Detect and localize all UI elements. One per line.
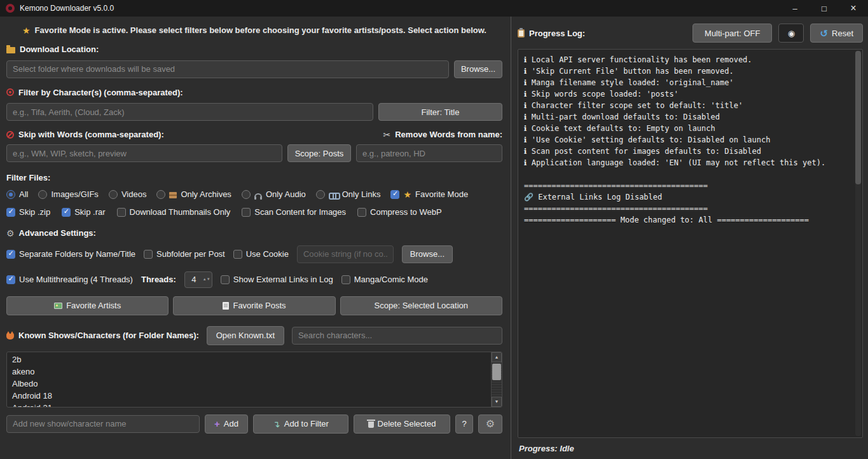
add-button[interactable]: + Add bbox=[205, 414, 248, 434]
checkbox-box bbox=[117, 208, 126, 217]
log-line: ==================== Mode changed to: Al… bbox=[524, 214, 857, 226]
radio-only-links[interactable]: Only Links bbox=[316, 189, 381, 199]
checkbox-subfolder-per-post[interactable]: Subfolder per Post bbox=[144, 249, 225, 259]
log-line: ℹ Character filter scope set to default:… bbox=[524, 100, 857, 111]
checkbox-thumbnails-only[interactable]: Download Thumbnails Only bbox=[117, 207, 231, 217]
checkbox-scan-content[interactable]: Scan Content for Images bbox=[242, 207, 346, 217]
eye-toggle-button[interactable]: ◉ bbox=[778, 24, 804, 43]
radio-only-archives[interactable]: Only Archives bbox=[156, 189, 231, 199]
gear-icon: ⚙ bbox=[6, 229, 15, 238]
search-characters-input[interactable] bbox=[292, 327, 502, 345]
threads-input[interactable] bbox=[185, 275, 203, 284]
download-location-input[interactable] bbox=[6, 60, 449, 78]
cookie-string-input[interactable] bbox=[297, 245, 394, 263]
add-to-filter-label: Add to Filter bbox=[284, 419, 329, 428]
radio-links-label: Only Links bbox=[342, 189, 381, 199]
log-lines: ℹ Local API server functionality has bee… bbox=[524, 54, 857, 226]
radio-all-label: All bbox=[19, 189, 28, 199]
skip-words-input[interactable] bbox=[6, 144, 282, 162]
character-filter-input[interactable] bbox=[6, 103, 373, 121]
reset-button[interactable]: ↺ Reset bbox=[810, 24, 863, 43]
scrollbar-thumb[interactable] bbox=[492, 364, 501, 380]
known-shows-label: Known Shows/Characters (for Folder Names… bbox=[6, 331, 199, 340]
window-controls: – □ × bbox=[780, 0, 868, 17]
multithreading-label: Use Multithreading (4 Threads) bbox=[19, 275, 133, 284]
list-item[interactable]: akeno bbox=[7, 366, 491, 378]
add-character-input[interactable] bbox=[6, 415, 200, 433]
checkbox-box bbox=[357, 208, 366, 217]
log-line: ℹ 'Use Cookie' setting defaults to: Disa… bbox=[524, 134, 857, 146]
panel-splitter[interactable] bbox=[509, 17, 514, 459]
remove-words-input[interactable] bbox=[356, 144, 502, 162]
banner-text: Favorite Mode is active. Please select f… bbox=[35, 25, 486, 35]
favorite-mode-label: Favorite Mode bbox=[415, 189, 468, 199]
checkbox-multithreading[interactable]: Use Multithreading (4 Threads) bbox=[6, 275, 133, 284]
checkbox-box bbox=[62, 208, 71, 217]
progress-log-output[interactable]: ℹ Local API server functionality has bee… bbox=[518, 49, 863, 438]
skip-scope-button[interactable]: Scope: Posts bbox=[287, 144, 351, 162]
checkbox-show-external-links[interactable]: Show External Links in Log bbox=[221, 275, 333, 284]
radio-videos-label: Videos bbox=[121, 189, 147, 199]
list-item[interactable]: Android 18 bbox=[7, 390, 491, 402]
scroll-up-icon[interactable]: ▲ bbox=[492, 352, 502, 362]
radio-all[interactable]: All bbox=[6, 189, 28, 199]
list-item[interactable]: 2b bbox=[7, 353, 491, 366]
plus-icon: + bbox=[214, 419, 220, 428]
list-item[interactable]: Android 21 bbox=[7, 402, 491, 407]
known-characters-list[interactable]: 2bakenoAlbedoAndroid 18Android 21 ▲ ▼ bbox=[6, 352, 502, 408]
radio-only-audio[interactable]: Only Audio bbox=[242, 189, 306, 199]
download-location-label: Download Location: bbox=[6, 45, 99, 54]
delete-selected-button[interactable]: Delete Selected bbox=[354, 414, 450, 434]
favorite-posts-button[interactable]: Favorite Posts bbox=[173, 296, 335, 315]
browse-cookie-button[interactable]: Browse... bbox=[402, 245, 453, 263]
scan-content-label: Scan Content for Images bbox=[254, 207, 346, 217]
archive-box-icon bbox=[169, 192, 177, 198]
scrollbar-track[interactable] bbox=[492, 362, 502, 397]
checkbox-skip-zip[interactable]: Skip .zip bbox=[6, 207, 50, 217]
character-filter-scope-button[interactable]: Filter: Title bbox=[378, 103, 502, 121]
settings-panel: ★ Favorite Mode is active. Please select… bbox=[0, 17, 509, 459]
checkbox-box bbox=[233, 250, 242, 259]
multipart-toggle-button[interactable]: Multi-part: OFF bbox=[692, 24, 772, 43]
filter-files-label: Filter Files: bbox=[6, 173, 50, 182]
trash-icon bbox=[368, 421, 374, 428]
list-item[interactable]: Albedo bbox=[7, 378, 491, 390]
scroll-down-icon[interactable]: ▼ bbox=[492, 397, 502, 407]
log-line: ℹ Scan post content for images defaults … bbox=[524, 146, 857, 157]
checkbox-use-cookie[interactable]: Use Cookie bbox=[233, 249, 289, 259]
stepper-arrows-icon[interactable]: ▲▼ bbox=[203, 277, 210, 282]
progress-log-text: Progress Log: bbox=[529, 29, 585, 38]
scope-selected-location-button[interactable]: Scope: Selected Location bbox=[340, 296, 502, 315]
checkbox-box bbox=[6, 208, 15, 217]
help-button[interactable]: ? bbox=[455, 414, 473, 434]
checkbox-skip-rar[interactable]: Skip .rar bbox=[62, 207, 105, 217]
advanced-settings-label: ⚙ Advanced Settings: bbox=[6, 228, 96, 238]
log-scrollbar[interactable] bbox=[855, 51, 861, 436]
progress-log-label: Progress Log: bbox=[518, 29, 585, 38]
checkbox-manga-mode[interactable]: Manga/Comic Mode bbox=[341, 275, 428, 284]
radio-videos[interactable]: Videos bbox=[109, 189, 147, 199]
minimize-button[interactable]: – bbox=[780, 0, 809, 17]
settings-button[interactable]: ⚙ bbox=[478, 414, 502, 434]
favorite-artists-button[interactable]: Favorite Artists bbox=[6, 296, 169, 315]
checkbox-separate-folders[interactable]: Separate Folders by Name/Title bbox=[6, 249, 135, 259]
radio-images-label: Images/GIFs bbox=[51, 189, 98, 199]
maximize-button[interactable]: □ bbox=[809, 0, 839, 17]
radio-images-gifs[interactable]: Images/GIFs bbox=[38, 189, 98, 199]
log-line: ℹ Application language loaded: 'EN' (UI … bbox=[524, 157, 857, 168]
log-scrollbar-thumb[interactable] bbox=[855, 51, 861, 184]
log-line: 🔗 External Links Log Disabled bbox=[524, 191, 857, 203]
close-button[interactable]: × bbox=[839, 0, 868, 17]
checkbox-compress-webp[interactable]: Compress to WebP bbox=[357, 207, 441, 217]
threads-stepper[interactable]: ▲▼ bbox=[184, 271, 212, 288]
log-line: ℹ Multi-part download defaults to: Disab… bbox=[524, 111, 857, 123]
add-to-filter-button[interactable]: ↴ Add to Filter bbox=[253, 414, 348, 434]
link-icon bbox=[329, 193, 338, 198]
browse-download-button[interactable]: Browse... bbox=[454, 60, 502, 78]
list-scrollbar[interactable]: ▲ ▼ bbox=[491, 352, 502, 407]
manga-mode-label: Manga/Comic Mode bbox=[354, 275, 428, 284]
checkbox-favorite-mode[interactable]: ★ Favorite Mode bbox=[390, 189, 468, 199]
open-known-txt-button[interactable]: Open Known.txt bbox=[207, 326, 284, 345]
reset-label: Reset bbox=[832, 29, 853, 38]
picture-icon bbox=[54, 303, 62, 309]
